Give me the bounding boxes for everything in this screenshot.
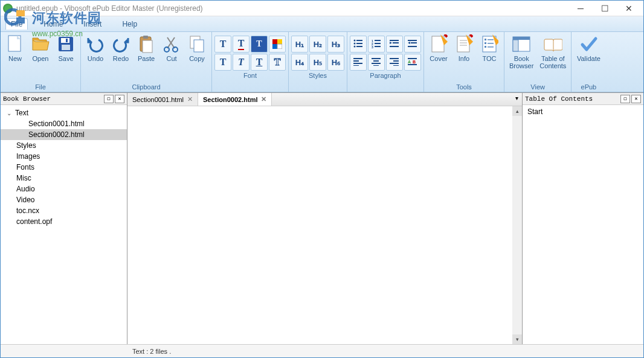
tree-item-contentopf[interactable]: content.opf	[1, 216, 127, 227]
toc-button[interactable]: TOC	[477, 33, 501, 63]
svg-point-12	[164, 47, 169, 52]
font-plain-button[interactable]: T	[214, 36, 231, 53]
svg-rect-32	[390, 40, 399, 41]
svg-rect-46	[372, 63, 381, 64]
tree-item-images[interactable]: Images	[1, 151, 127, 162]
info-button[interactable]: Info	[452, 33, 476, 63]
titlebar: untitled.epub - Vibosoft ePub Editor Mas…	[1, 1, 643, 16]
toc-list[interactable]: Start	[523, 105, 643, 344]
toc-item-start[interactable]: Start	[527, 107, 639, 116]
heading-3-button[interactable]: H₃	[327, 36, 344, 53]
paste-button[interactable]: Paste	[134, 33, 158, 63]
font-underline-color-button[interactable]: T	[233, 36, 250, 53]
svg-rect-44	[372, 58, 381, 59]
vertical-scrollbar[interactable]: ▴ ▾	[512, 106, 522, 344]
scroll-up-button[interactable]: ▴	[512, 106, 522, 116]
tree-item-tocncx[interactable]: toc.ncx	[1, 205, 127, 216]
tabs-overflow-button[interactable]: ▾	[512, 93, 522, 106]
svg-rect-36	[408, 40, 417, 41]
new-file-icon	[5, 34, 25, 54]
save-button[interactable]: Save	[54, 33, 78, 63]
list-bullets-button[interactable]	[350, 36, 367, 53]
svg-rect-41	[353, 60, 359, 62]
tree-item-audio[interactable]: Audio	[1, 184, 127, 194]
tab-section-1[interactable]: Section0001.html ✕	[127, 93, 198, 106]
font-bold-button[interactable]: T	[214, 54, 231, 71]
cut-button[interactable]: Cut	[159, 33, 184, 63]
tab-close-icon[interactable]: ✕	[261, 95, 266, 103]
tab-label: Section0002.html	[203, 96, 257, 103]
book-browser-title: Book Browser	[3, 95, 51, 103]
scroll-down-button[interactable]: ▾	[512, 334, 522, 344]
heading-1-button[interactable]: H₁	[291, 36, 308, 53]
font-italic-button[interactable]: T	[233, 54, 250, 71]
panel-float-button[interactable]: ◻	[104, 95, 114, 103]
indent-decrease-button[interactable]	[386, 36, 403, 53]
heading-5-button[interactable]: H₅	[309, 54, 326, 71]
table-of-contents-button[interactable]: Table of Contents	[537, 33, 568, 71]
copy-icon	[187, 34, 207, 54]
maximize-button[interactable]: ☐	[593, 1, 617, 16]
ribbon-group-view: Book Browser Table of Contents View	[504, 32, 572, 92]
svg-text:3: 3	[372, 45, 373, 49]
svg-rect-50	[390, 63, 399, 64]
indent-increase-button[interactable]	[404, 36, 421, 53]
tree-item-misc[interactable]: Misc	[1, 173, 127, 184]
tree-root-text[interactable]: ⌄ Text	[1, 107, 127, 118]
heading-6-button[interactable]: H₆	[327, 54, 344, 71]
open-button[interactable]: Open	[28, 33, 53, 63]
book-browser-tree[interactable]: ⌄ Text Section0001.html Section0002.html…	[1, 105, 127, 344]
svg-rect-39	[408, 46, 417, 47]
align-right-button[interactable]	[386, 54, 403, 71]
tree-item-video[interactable]: Video	[1, 194, 127, 205]
redo-button[interactable]: Redo	[109, 33, 133, 63]
editor-area[interactable]: ▴ ▾	[127, 106, 522, 344]
app-icon	[3, 4, 13, 13]
minimize-button[interactable]: ─	[568, 1, 593, 16]
heading-2-button[interactable]: H₂	[309, 36, 326, 53]
new-button[interactable]: New	[3, 33, 27, 63]
menu-help[interactable]: Help	[117, 19, 142, 30]
svg-rect-23	[356, 43, 362, 44]
panel-close-button[interactable]: ✕	[631, 95, 641, 103]
validate-button[interactable]: Validate	[574, 33, 603, 63]
expander-icon[interactable]: ⌄	[7, 110, 13, 117]
svg-rect-37	[411, 42, 417, 43]
align-center-button[interactable]	[368, 54, 385, 71]
align-left-button[interactable]	[350, 54, 367, 71]
font-color-swatch-button[interactable]	[269, 36, 286, 53]
cover-button[interactable]: Cover	[427, 33, 451, 63]
font-outline-button[interactable]: T	[269, 54, 286, 71]
tree-item-styles[interactable]: Styles	[1, 140, 127, 151]
tree-section-1[interactable]: Section0001.html	[1, 118, 127, 129]
book-browser-panel: Book Browser ◻ ✕ ⌄ Text Section0001.html…	[1, 92, 127, 344]
tab-section-2[interactable]: Section0002.html ✕	[198, 93, 272, 106]
undo-button[interactable]: Undo	[83, 33, 108, 63]
svg-rect-70	[485, 46, 486, 48]
book-browser-button[interactable]: Book Browser	[507, 33, 536, 71]
align-justify-button[interactable]: AB	[404, 54, 421, 71]
menu-file[interactable]: File	[5, 18, 28, 30]
svg-rect-51	[393, 65, 399, 66]
close-button[interactable]: ✕	[617, 1, 641, 16]
svg-rect-49	[393, 60, 399, 62]
menu-home[interactable]: Home	[39, 19, 68, 30]
ribbon-label-paragraph: Paragraph	[350, 71, 421, 80]
tree-item-fonts[interactable]: Fonts	[1, 162, 127, 173]
ribbon-label-tools: Tools	[427, 82, 501, 92]
svg-rect-71	[488, 46, 494, 48]
panel-float-button[interactable]: ◻	[620, 95, 630, 103]
tree-section-2[interactable]: Section0002.html	[1, 129, 127, 140]
font-boxed-button[interactable]: T	[251, 36, 268, 53]
menu-insert[interactable]: Insert	[79, 19, 106, 30]
copy-button[interactable]: Copy	[185, 33, 209, 63]
list-numbered-button[interactable]: 123	[368, 36, 385, 53]
tab-close-icon[interactable]: ✕	[187, 95, 193, 103]
ribbon-group-paragraph: 123 AB Paragraph	[347, 32, 424, 92]
ribbon-group-epub: Validate ePub	[572, 32, 605, 92]
svg-rect-27	[375, 40, 381, 41]
ribbon-label-file: File	[3, 82, 78, 92]
font-underline-button[interactable]: T	[251, 54, 268, 71]
panel-close-button[interactable]: ✕	[115, 95, 124, 103]
heading-4-button[interactable]: H₄	[291, 54, 308, 71]
